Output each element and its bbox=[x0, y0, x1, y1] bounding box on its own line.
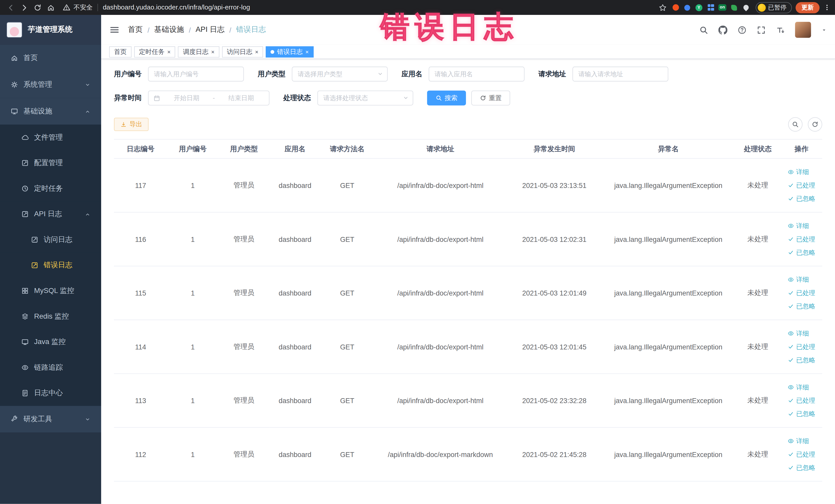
app-name-input[interactable] bbox=[429, 66, 524, 81]
browser-forward-icon[interactable] bbox=[18, 1, 31, 14]
detail-link[interactable]: 详细 bbox=[788, 381, 809, 394]
browser-back-icon[interactable] bbox=[4, 1, 18, 14]
column-header: 异常发生时间 bbox=[507, 139, 602, 159]
sidebar-item-access-log[interactable]: 访问日志 bbox=[0, 227, 101, 253]
site-security[interactable]: 不安全 bbox=[63, 3, 93, 12]
tab-error-log[interactable]: 错误日志× bbox=[266, 46, 314, 57]
sidebar-item-api-log[interactable]: API 日志 bbox=[0, 201, 101, 227]
clock-icon bbox=[21, 185, 29, 192]
monitor-icon bbox=[11, 107, 18, 115]
address-bar[interactable]: dashboard.yudao.iocoder.cn/infra/log/api… bbox=[103, 4, 250, 11]
breadcrumb-item[interactable]: 基础设施 bbox=[154, 25, 184, 35]
extension-leaf-icon[interactable] bbox=[728, 2, 740, 13]
bookmark-star-icon[interactable] bbox=[656, 1, 669, 14]
breadcrumb-item[interactable]: API 日志 bbox=[196, 25, 225, 35]
check-icon bbox=[788, 195, 794, 202]
download-icon bbox=[120, 121, 127, 127]
fullscreen-icon[interactable] bbox=[757, 25, 766, 35]
mark-processed-link[interactable]: 已处理 bbox=[788, 286, 815, 300]
extension-blue-icon[interactable] bbox=[681, 2, 693, 13]
eye-icon bbox=[788, 169, 794, 175]
sidebar-item-java-monitor[interactable]: Java 监控 bbox=[0, 329, 101, 355]
reset-button[interactable]: 重置 bbox=[471, 90, 510, 105]
font-size-icon[interactable] bbox=[776, 25, 785, 35]
export-button[interactable]: 导出 bbox=[114, 118, 149, 131]
browser-profile-badge[interactable]: 已暂停 bbox=[755, 2, 792, 13]
close-icon[interactable]: × bbox=[211, 49, 214, 55]
sidebar-item-home[interactable]: 首页 bbox=[0, 45, 101, 72]
close-icon[interactable]: × bbox=[167, 49, 170, 55]
refresh-table-button[interactable] bbox=[808, 117, 822, 132]
eye-icon bbox=[21, 364, 29, 371]
process-status-select[interactable] bbox=[317, 90, 413, 105]
check-icon bbox=[788, 411, 794, 417]
search-icon[interactable] bbox=[699, 25, 708, 35]
detail-link[interactable]: 详细 bbox=[788, 219, 809, 233]
detail-link[interactable]: 详细 bbox=[788, 327, 809, 340]
check-icon bbox=[788, 344, 794, 350]
mark-processed-link[interactable]: 已处理 bbox=[788, 340, 815, 354]
sidebar-item-trace[interactable]: 链路追踪 bbox=[0, 355, 101, 381]
sidebar-item-config-mgmt[interactable]: 配置管理 bbox=[0, 150, 101, 176]
tab-access-log[interactable]: 访问日志× bbox=[222, 46, 263, 57]
extension-grid-icon[interactable] bbox=[705, 2, 717, 13]
tab-home[interactable]: 首页 bbox=[109, 46, 131, 57]
mark-ignored-link[interactable]: 已忽略 bbox=[788, 246, 815, 259]
github-icon[interactable] bbox=[718, 25, 728, 35]
browser-home-icon[interactable] bbox=[44, 1, 58, 14]
browser-menu-icon[interactable] bbox=[823, 4, 831, 11]
detail-link[interactable]: 详细 bbox=[788, 435, 809, 448]
detail-link[interactable]: 详细 bbox=[788, 273, 809, 286]
eye-icon bbox=[788, 438, 794, 444]
avatar-caret-down-icon[interactable] bbox=[821, 27, 827, 33]
extension-on-badge[interactable]: on bbox=[716, 2, 728, 13]
table-row: 112 1 管理员 dashboard GET /api/infra/db-do… bbox=[114, 427, 822, 481]
toggle-search-button[interactable] bbox=[788, 117, 802, 132]
mark-ignored-link[interactable]: 已忽略 bbox=[788, 407, 815, 421]
tab-schedule-log[interactable]: 调度日志× bbox=[178, 46, 220, 57]
column-header: 请求地址 bbox=[374, 139, 507, 159]
sidebar-item-redis-monitor[interactable]: Redis 监控 bbox=[0, 304, 101, 329]
extension-orange-icon[interactable] bbox=[670, 2, 681, 13]
mark-processed-link[interactable]: 已处理 bbox=[788, 394, 815, 407]
sidebar-item-error-log[interactable]: 错误日志 bbox=[0, 253, 101, 278]
user-avatar[interactable] bbox=[795, 22, 811, 38]
request-url-input[interactable] bbox=[572, 66, 668, 81]
extension-pin-icon[interactable] bbox=[740, 2, 752, 13]
mark-processed-link[interactable]: 已处理 bbox=[788, 233, 815, 246]
sidebar-item-system-mgmt[interactable]: 系统管理 bbox=[0, 72, 101, 98]
sidebar-item-log-center[interactable]: 日志中心 bbox=[0, 380, 101, 406]
gear-icon bbox=[11, 81, 18, 88]
sidebar-item-file-mgmt[interactable]: 文件管理 bbox=[0, 124, 101, 150]
mark-ignored-link[interactable]: 已忽略 bbox=[788, 461, 815, 475]
sidebar-item-scheduled-jobs[interactable]: 定时任务 bbox=[0, 176, 101, 202]
user-type-select[interactable] bbox=[292, 66, 388, 81]
check-icon bbox=[788, 357, 794, 363]
close-icon[interactable]: × bbox=[305, 49, 308, 55]
sidebar-toggle-icon[interactable] bbox=[109, 24, 120, 35]
sidebar-item-dev-tools[interactable]: 研发工具 bbox=[0, 406, 101, 432]
browser-reload-icon[interactable] bbox=[31, 1, 44, 14]
date-range-picker[interactable]: 开始日期 - 结束日期 bbox=[148, 90, 269, 105]
table-row: 114 1 管理员 dashboard GET /api/infra/db-do… bbox=[114, 320, 822, 374]
grid-icon bbox=[21, 287, 29, 295]
breadcrumb-item[interactable]: 首页 bbox=[128, 25, 143, 35]
sidebar-background bbox=[0, 432, 101, 504]
mark-processed-link[interactable]: 已处理 bbox=[788, 179, 815, 192]
extension-y-icon[interactable]: Y bbox=[693, 2, 705, 13]
user-id-input[interactable] bbox=[148, 66, 244, 81]
search-button[interactable]: 搜索 bbox=[427, 90, 466, 105]
sidebar-item-mysql-monitor[interactable]: MySQL 监控 bbox=[0, 278, 101, 304]
check-icon bbox=[788, 182, 794, 189]
tab-scheduled-jobs[interactable]: 定时任务× bbox=[134, 46, 176, 57]
sidebar-item-infrastructure[interactable]: 基础设施 bbox=[0, 98, 101, 125]
mark-ignored-link[interactable]: 已忽略 bbox=[788, 192, 815, 205]
eye-icon bbox=[788, 277, 794, 283]
help-icon[interactable] bbox=[737, 25, 747, 35]
close-icon[interactable]: × bbox=[255, 49, 258, 55]
mark-ignored-link[interactable]: 已忽略 bbox=[788, 300, 815, 313]
mark-ignored-link[interactable]: 已忽略 bbox=[788, 353, 815, 367]
browser-update-button[interactable]: 更新 bbox=[795, 2, 819, 13]
detail-link[interactable]: 详细 bbox=[788, 165, 809, 179]
mark-processed-link[interactable]: 已处理 bbox=[788, 448, 815, 461]
